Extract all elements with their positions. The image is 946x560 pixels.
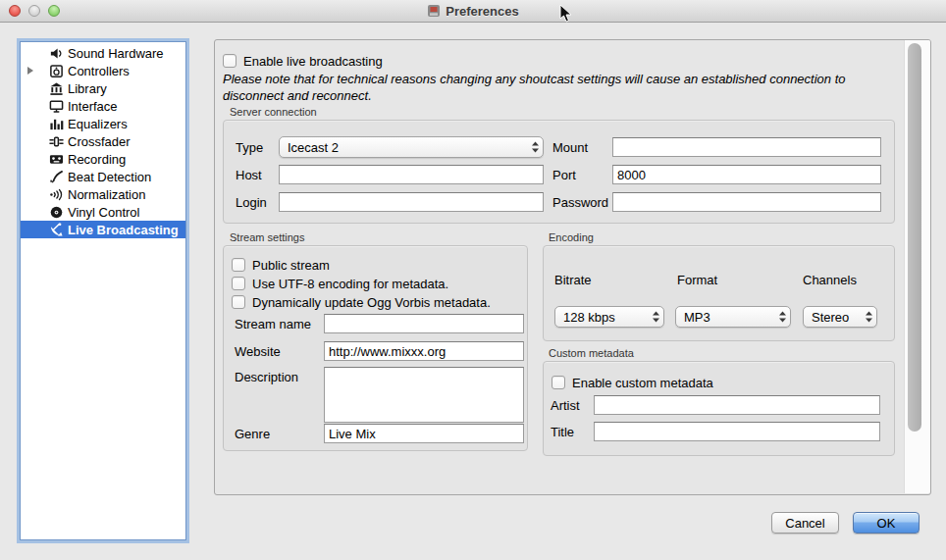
sidebar-item-interface[interactable]: Interface xyxy=(21,97,185,115)
channels-select[interactable]: Stereo xyxy=(803,306,877,328)
stepper-arrows-icon xyxy=(648,310,663,324)
password-label: Password xyxy=(552,195,608,210)
utf8-metadata-checkbox[interactable] xyxy=(232,277,245,290)
channels-label: Channels xyxy=(803,273,857,287)
public-stream-checkbox[interactable] xyxy=(232,258,245,272)
type-select[interactable]: Icecast 2 xyxy=(279,136,544,158)
enable-custom-metadata-checkbox[interactable] xyxy=(552,376,565,389)
scrollbar-thumb[interactable] xyxy=(908,43,921,432)
port-input[interactable] xyxy=(612,165,881,184)
mount-label: Mount xyxy=(552,140,588,155)
sidebar-item-sound-hardware[interactable]: Sound Hardware xyxy=(21,44,185,62)
sidebar-item-normalization[interactable]: Normalization xyxy=(21,185,185,203)
sidebar-item-crossfader[interactable]: Crossfader xyxy=(21,132,185,150)
stream-settings-title: Stream settings xyxy=(230,231,304,243)
sidebar-item-label: Library xyxy=(68,81,107,96)
host-label: Host xyxy=(236,168,262,182)
enable-custom-metadata-label: Enable custom metadata xyxy=(572,376,713,390)
type-label: Type xyxy=(236,140,263,155)
title-input[interactable] xyxy=(594,422,880,441)
format-select[interactable]: MP3 xyxy=(675,306,791,328)
ok-button[interactable]: OK xyxy=(853,512,920,534)
port-label: Port xyxy=(552,168,576,182)
bitrate-label: Bitrate xyxy=(554,273,592,287)
custom-metadata-title: Custom metadata xyxy=(549,347,634,359)
sidebar-item-label: Recording xyxy=(68,152,126,167)
sidebar-item-recording[interactable]: Recording xyxy=(21,150,185,168)
cursor-pointer-icon xyxy=(559,4,573,24)
sidebar-item-equalizers[interactable]: Equalizers xyxy=(21,115,185,132)
sidebar-item-label: Sound Hardware xyxy=(68,46,164,61)
crossfader-slider-icon xyxy=(48,133,64,149)
genre-input[interactable] xyxy=(324,424,524,443)
utf8-metadata-label: Use UTF-8 encoding for metadata. xyxy=(252,277,448,291)
sidebar-item-controllers[interactable]: Controllers xyxy=(21,62,185,79)
sound-waves-icon xyxy=(48,186,64,202)
enable-live-broadcasting-checkbox[interactable] xyxy=(223,54,236,68)
app-proxy-icon xyxy=(427,4,441,18)
stream-name-input[interactable] xyxy=(324,314,524,333)
cancel-button[interactable]: Cancel xyxy=(771,512,839,534)
stepper-arrows-icon xyxy=(861,310,876,324)
sidebar-item-vinyl-control[interactable]: Vinyl Control xyxy=(21,203,185,221)
sidebar-item-library[interactable]: Library xyxy=(21,79,185,97)
sidebar-item-label: Controllers xyxy=(68,64,130,78)
beat-whip-icon xyxy=(48,169,64,184)
window-titlebar: Preferences xyxy=(0,0,946,23)
sidebar-item-label: Normalization xyxy=(68,187,145,202)
window-title: Preferences xyxy=(446,4,518,19)
title-label: Title xyxy=(551,425,574,439)
login-label: Login xyxy=(236,195,267,210)
artist-input[interactable] xyxy=(594,395,880,415)
mount-input[interactable] xyxy=(612,137,881,157)
ogg-vorbis-label: Dynamically update Ogg Vorbis metadata. xyxy=(252,295,491,310)
website-input[interactable] xyxy=(324,341,524,361)
speaker-icon xyxy=(48,45,64,61)
sidebar-item-label: Beat Detection xyxy=(68,170,151,184)
sidebar-item-label: Equalizers xyxy=(68,117,128,131)
sidebar-item-label: Crossfader xyxy=(68,134,131,149)
sidebar-list[interactable]: Sound HardwareControllersLibraryInterfac… xyxy=(20,41,186,540)
sidebar-item-live-broadcasting[interactable]: Live Broadcasting xyxy=(21,221,185,238)
equalizer-bars-icon xyxy=(48,116,64,131)
public-stream-label: Public stream xyxy=(252,258,330,273)
format-label: Format xyxy=(677,273,717,287)
sidebar-item-beat-detection[interactable]: Beat Detection xyxy=(21,168,185,185)
library-bank-icon xyxy=(48,80,64,96)
sidebar-item-label: Interface xyxy=(68,99,118,114)
speaker-cabinet-icon xyxy=(48,63,64,78)
monitor-icon xyxy=(48,98,64,114)
shoutcast-note: Please note that for technical reasons c… xyxy=(223,71,900,104)
stream-name-label: Stream name xyxy=(235,317,311,331)
artist-label: Artist xyxy=(551,398,580,413)
description-textarea[interactable] xyxy=(324,367,524,423)
password-input[interactable] xyxy=(612,192,881,212)
login-input[interactable] xyxy=(279,192,544,212)
encoding-title: Encoding xyxy=(549,231,594,243)
vinyl-record-icon xyxy=(48,204,64,220)
bitrate-select[interactable]: 128 kbps xyxy=(554,306,664,328)
enable-live-broadcasting-label: Enable live broadcasting xyxy=(243,54,383,69)
website-label: Website xyxy=(235,344,281,359)
server-connection-title: Server connection xyxy=(230,106,317,118)
genre-label: Genre xyxy=(235,427,270,441)
description-label: Description xyxy=(235,370,298,384)
satellite-dish-icon xyxy=(48,222,64,237)
disclosure-triangle-icon[interactable] xyxy=(27,67,33,75)
stepper-arrows-icon xyxy=(774,310,790,324)
stepper-arrows-icon xyxy=(527,140,543,154)
cassette-icon xyxy=(48,151,64,167)
host-input[interactable] xyxy=(279,165,544,184)
sidebar-item-label: Vinyl Control xyxy=(68,205,139,220)
sidebar-item-label: Live Broadcasting xyxy=(68,223,179,237)
ogg-vorbis-checkbox[interactable] xyxy=(232,295,245,309)
